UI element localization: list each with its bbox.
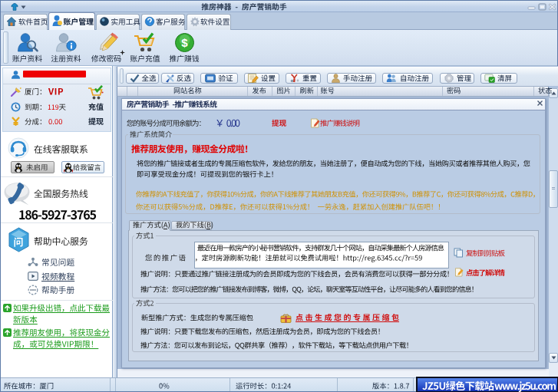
svg-text:$: $ <box>181 36 188 49</box>
